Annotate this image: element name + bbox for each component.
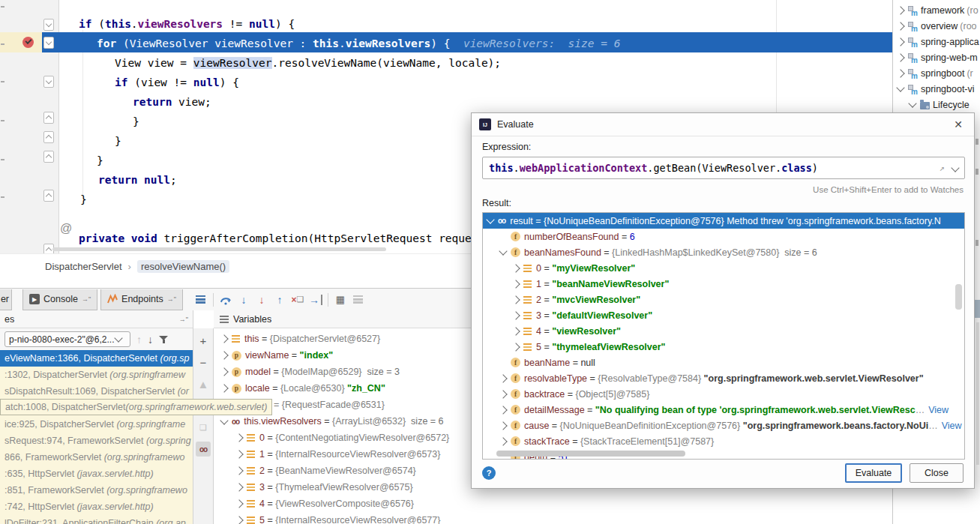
result-horizontal-scrollbar[interactable] xyxy=(496,451,685,457)
frame-row[interactable]: ice:925, DispatcherServlet (org.springfr… xyxy=(0,416,193,433)
view-link[interactable]: View xyxy=(928,405,949,415)
tree-chevron-icon[interactable] xyxy=(908,99,916,107)
evaluate-button[interactable]: Evaluate xyxy=(845,463,902,483)
result-row[interactable]: 3 = "defaultViewResolver" xyxy=(483,307,964,323)
maven-tree[interactable]: framework (rooverview (roospring-applica… xyxy=(893,0,980,112)
tree-chevron-icon[interactable] xyxy=(235,499,243,508)
tree-chevron-icon[interactable] xyxy=(220,351,228,359)
tree-chevron-icon[interactable] xyxy=(499,437,507,445)
maven-item[interactable]: framework (ro xyxy=(893,2,980,18)
history-chevron-icon[interactable] xyxy=(951,163,959,172)
hamburger-icon[interactable] xyxy=(220,316,229,323)
result-row[interactable]: 0 = "myViewResolver" xyxy=(483,260,964,276)
tree-chevron-icon[interactable] xyxy=(486,215,494,223)
result-row[interactable]: fbacktrace = {Object[5]@7585} xyxy=(483,386,964,402)
code-line[interactable]: } xyxy=(133,113,139,130)
result-row[interactable]: fdetailMessage = "No qualifying bean of … xyxy=(483,402,964,418)
editor-horizontal-scrollbar[interactable] xyxy=(52,247,386,251)
step-over-icon[interactable] xyxy=(217,291,235,309)
code-line[interactable]: private void triggerAfterCompletion(Http… xyxy=(79,230,511,247)
help-icon[interactable]: ? xyxy=(482,466,496,480)
maven-item[interactable]: spring-applica xyxy=(893,34,980,49)
tree-chevron-icon[interactable] xyxy=(499,247,507,255)
result-row[interactable]: fcause = {NoUniqueBeanDefinitionExceptio… xyxy=(483,418,964,433)
frames-list[interactable]: eViewName:1366, DispatcherServlet (org.s… xyxy=(0,350,193,524)
tree-chevron-icon[interactable] xyxy=(896,83,904,91)
tree-chevron-icon[interactable] xyxy=(896,37,904,46)
maven-item[interactable]: springboot (r xyxy=(893,65,980,81)
fold-marker-icon[interactable] xyxy=(43,112,54,124)
frame-row[interactable]: :1302, DispatcherServlet (org.springfram… xyxy=(0,367,193,383)
code-line[interactable]: for (ViewResolver viewResolver : this.vi… xyxy=(97,35,620,52)
breadcrumb-method[interactable]: resolveViewName() xyxy=(137,260,229,273)
frame-row[interactable]: lDoFilter:231, ApplicationFilterChain (o… xyxy=(0,515,193,524)
breakpoint-icon[interactable] xyxy=(22,37,34,48)
show-watches-icon[interactable]: oo xyxy=(196,442,211,457)
frame-row[interactable]: :851, FrameworkServlet (org.springframew… xyxy=(0,482,193,499)
result-vertical-scrollbar[interactable] xyxy=(955,284,962,310)
expand-editor-icon[interactable]: ↗ xyxy=(940,163,945,173)
previous-frame-icon[interactable]: ↑ xyxy=(136,334,142,345)
tree-chevron-icon[interactable] xyxy=(511,343,520,351)
frame-row[interactable]: sRequest:974, FrameworkServlet (org.spri… xyxy=(0,433,193,449)
tree-chevron-icon[interactable] xyxy=(220,384,228,392)
restore-layout-icon[interactable] xyxy=(349,291,367,309)
tree-chevron-icon[interactable] xyxy=(499,406,507,414)
code-line[interactable]: if (this.viewResolvers != null) { xyxy=(79,16,295,32)
tree-chevron-icon[interactable] xyxy=(235,483,243,491)
tab-endpoints[interactable]: Endpoints →" xyxy=(100,289,183,310)
tree-chevron-icon[interactable] xyxy=(511,264,520,272)
result-row[interactable]: fbeanNamesFound = {LinkedHashMap$LinkedK… xyxy=(483,244,964,260)
force-step-into-icon[interactable]: ↓ xyxy=(253,291,271,309)
frame-row[interactable]: :742, HttpServlet (javax.servlet.http) xyxy=(0,499,193,515)
fold-marker-icon[interactable] xyxy=(43,19,54,31)
fold-marker-icon[interactable] xyxy=(43,76,54,88)
tree-chevron-icon[interactable] xyxy=(511,295,520,304)
tree-chevron-icon[interactable] xyxy=(235,466,243,475)
code-line[interactable]: if (view != null) { xyxy=(115,74,239,91)
code-line[interactable]: return null; xyxy=(98,172,177,188)
maven-item[interactable]: overview (roo xyxy=(893,18,980,34)
breadcrumb-class[interactable]: DispatcherServlet xyxy=(45,261,122,272)
variable-row[interactable]: 4 = {ViewResolverComposite@6576} xyxy=(214,496,892,512)
result-tree[interactable]: ooresult = {NoUniqueBeanDefinitionExcept… xyxy=(482,212,965,460)
tree-chevron-icon[interactable] xyxy=(235,450,243,458)
frame-row[interactable]: :635, HttpServlet (javax.servlet.http) xyxy=(0,466,193,482)
variable-row[interactable]: 5 = {InternalResourceViewResolver@6577} xyxy=(214,512,892,524)
tree-chevron-icon[interactable] xyxy=(499,374,507,382)
move-watch-up-icon[interactable]: ▲ xyxy=(196,376,211,391)
tree-chevron-icon[interactable] xyxy=(220,367,228,376)
code-line[interactable]: } xyxy=(80,191,87,208)
maven-item[interactable]: Lifecycle xyxy=(893,97,980,112)
duplicate-watch-icon[interactable]: ❏ xyxy=(196,420,211,435)
tree-chevron-icon[interactable] xyxy=(896,53,904,61)
tree-chevron-icon[interactable] xyxy=(220,416,228,424)
maven-item[interactable]: spring-web-m xyxy=(893,49,980,65)
fold-marker-icon[interactable] xyxy=(43,190,54,202)
dialog-title-bar[interactable]: IJ Evaluate ✕ xyxy=(472,113,974,136)
evaluate-expression-icon[interactable]: ▦ xyxy=(331,291,349,309)
maven-item[interactable]: springboot-vi xyxy=(893,81,980,97)
fold-marker-icon[interactable] xyxy=(43,151,54,163)
tree-chevron-icon[interactable] xyxy=(499,421,507,430)
add-watch-icon[interactable]: + xyxy=(196,333,211,348)
frame-row[interactable]: 866, FrameworkServlet (org.springframewo xyxy=(0,449,193,466)
tree-chevron-icon[interactable] xyxy=(896,69,904,77)
filter-frames-icon[interactable] xyxy=(159,336,168,343)
result-row[interactable]: 4 = "viewResolver" xyxy=(483,323,964,339)
step-out-icon[interactable]: ↑ xyxy=(271,291,289,309)
close-icon[interactable]: ✕ xyxy=(950,118,967,130)
result-row[interactable]: fstackTrace = {StackTraceElement[51]@758… xyxy=(483,433,964,449)
remove-watch-icon[interactable]: − xyxy=(196,355,211,370)
frames-pin-icon[interactable]: →" xyxy=(179,316,188,323)
fold-marker-icon[interactable] xyxy=(43,131,54,143)
code-line[interactable]: } xyxy=(97,152,103,169)
next-frame-icon[interactable]: ↓ xyxy=(148,334,153,345)
tree-chevron-icon[interactable] xyxy=(511,311,520,319)
drop-frame-icon[interactable]: ×❏ xyxy=(289,291,307,309)
frame-row[interactable]: eViewName:1366, DispatcherServlet (org.s… xyxy=(0,350,193,367)
expression-input[interactable]: this.webApplicationContext.getBean(ViewR… xyxy=(482,157,965,179)
tree-chevron-icon[interactable] xyxy=(235,516,243,524)
code-line[interactable]: } xyxy=(115,133,121,149)
result-row[interactable]: 1 = "beanNameViewResolver" xyxy=(483,276,964,292)
